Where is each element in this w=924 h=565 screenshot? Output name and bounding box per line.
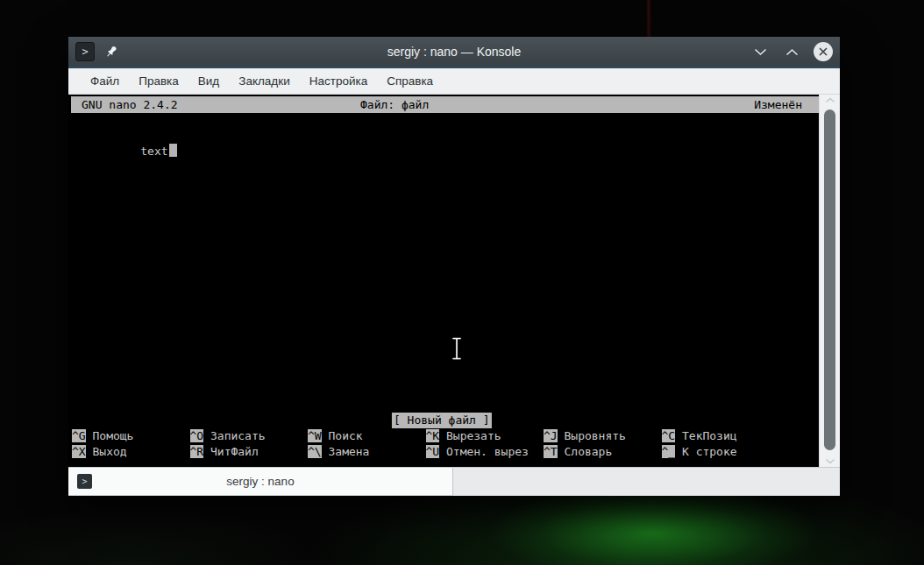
nano-version: GNU nano 2.4.2 <box>82 97 178 113</box>
scrollbar-down-icon[interactable] <box>820 458 840 464</box>
shortcut-speller: ^T Словарь <box>544 444 662 460</box>
text-cursor <box>169 144 177 157</box>
menu-item-view[interactable]: Вид <box>188 71 229 91</box>
nano-editor[interactable]: GNU nano 2.4.2 Файл: файл Изменён text <box>68 95 819 467</box>
mouse-ibeam-cursor <box>382 321 463 381</box>
shortcut-cut: ^K Вырезать <box>426 428 544 444</box>
scrollbar-up-icon[interactable] <box>820 97 840 103</box>
shortcut-uncut: ^U Отмен. вырез <box>426 444 544 460</box>
shortcut-exit: ^X Выход <box>72 444 190 460</box>
tab-title: sergiy : nano <box>68 475 452 488</box>
nano-titlebar: GNU nano 2.4.2 Файл: файл Изменён <box>71 96 819 113</box>
nano-shortcut-list: ^G Помощь ^O Записать ^W Поиск ^K Выреза… <box>72 428 819 460</box>
menu-item-edit[interactable]: Правка <box>129 71 188 91</box>
shortcut-help: ^G Помощь <box>72 428 190 444</box>
shortcut-justify: ^J Выровнять <box>544 428 662 444</box>
scrollbar[interactable] <box>819 95 840 467</box>
pin-icon[interactable] <box>103 44 119 60</box>
menu-item-help[interactable]: Справка <box>377 71 443 91</box>
konsole-app-icon: > <box>75 42 95 61</box>
nano-filename: Файл: файл <box>360 97 429 113</box>
terminal-icon: > <box>77 474 92 489</box>
nano-statusbar: [ Новый файл ] <box>392 413 492 428</box>
shortcut-writeout: ^O Записать <box>190 428 309 444</box>
window-title: sergiy : nano — Konsole <box>68 45 840 59</box>
menu-item-bookmarks[interactable]: Закладки <box>229 71 299 91</box>
konsole-window: > sergiy : nano — Konsole <box>68 37 840 496</box>
close-button[interactable] <box>814 42 833 61</box>
titlebar[interactable]: > sergiy : nano — Konsole <box>68 37 840 68</box>
menu-item-settings[interactable]: Настройка <box>300 71 377 91</box>
menu-item-file[interactable]: Файл <box>81 71 129 91</box>
buffer-text: text <box>140 145 167 158</box>
shortcut-readfile: ^R ЧитФайл <box>190 444 309 460</box>
maximize-button[interactable] <box>782 42 801 61</box>
desktop-background: > sergiy : nano — Konsole <box>0 0 924 565</box>
minimize-button[interactable] <box>750 42 770 61</box>
shortcut-search: ^W Поиск <box>308 428 426 444</box>
shortcut-gotoline: ^_ К строке <box>662 444 780 460</box>
tab-sergiy-nano[interactable]: > sergiy : nano <box>68 468 453 496</box>
buffer-line: text <box>72 128 177 175</box>
shortcut-replace: ^\ Замена <box>308 444 426 460</box>
nano-modified-flag: Изменён <box>754 97 802 113</box>
menubar: Файл Правка Вид Закладки Настройка Справ… <box>68 68 840 95</box>
desktop-red-streak <box>646 0 651 37</box>
scrollbar-thumb[interactable] <box>824 109 835 450</box>
tab-bar: > sergiy : nano <box>68 467 840 496</box>
shortcut-curpos: ^C ТекПозиц <box>662 428 780 444</box>
terminal-area[interactable]: GNU nano 2.4.2 Файл: файл Изменён text <box>68 95 840 467</box>
